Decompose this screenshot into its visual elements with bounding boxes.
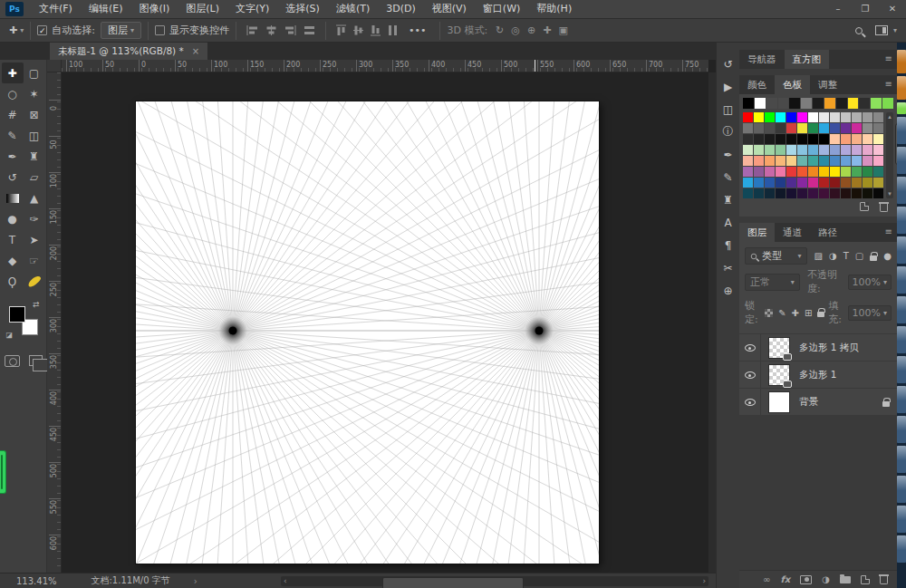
swatch[interactable] — [808, 145, 818, 155]
swatch[interactable] — [819, 188, 829, 198]
swatch[interactable] — [819, 134, 829, 144]
swatch[interactable] — [830, 123, 840, 133]
default-colors-icon[interactable]: ◪ — [6, 331, 14, 339]
swatch[interactable] — [743, 134, 753, 144]
menu-item[interactable]: 滤镜(T) — [328, 0, 378, 18]
clone-stamp-tool[interactable]: ♜ — [24, 146, 45, 167]
vertical-scrollbar[interactable] — [708, 72, 716, 573]
recent-swatch[interactable] — [871, 98, 882, 109]
swatch[interactable] — [776, 156, 786, 166]
visibility-toggle[interactable] — [739, 389, 761, 415]
tab-navigator[interactable]: 导航器 — [739, 50, 785, 69]
horizontal-scrollbar-thumb[interactable] — [382, 577, 524, 588]
tab-layers[interactable]: 图层 — [739, 223, 775, 242]
swatch[interactable] — [852, 188, 862, 198]
swatch[interactable] — [852, 145, 862, 155]
tab-swatches[interactable]: 色板 — [775, 75, 810, 94]
swatch[interactable] — [743, 188, 753, 198]
swatch[interactable] — [873, 188, 883, 198]
paragraph-panel-icon[interactable]: ¶ — [718, 235, 738, 255]
swatch[interactable] — [873, 167, 883, 177]
swatch[interactable] — [863, 145, 872, 155]
swatch[interactable] — [841, 167, 851, 177]
auto-select-checkbox[interactable]: ✓ — [37, 25, 47, 35]
recent-swatch[interactable] — [743, 98, 754, 109]
swatch[interactable] — [786, 123, 796, 133]
new-swatch-button[interactable] — [860, 202, 869, 211]
horizontal-ruler[interactable]: 1005005010015020025030035040045050055060… — [62, 60, 708, 72]
swatch[interactable] — [776, 112, 786, 122]
swatch[interactable] — [863, 167, 872, 177]
swatch[interactable] — [852, 123, 862, 133]
menu-item[interactable]: 帮助(H) — [528, 0, 580, 18]
swatch[interactable] — [776, 167, 786, 177]
history-panel-icon[interactable]: ↺ — [718, 53, 738, 74]
swatch[interactable] — [873, 145, 883, 155]
swatch[interactable] — [743, 145, 753, 155]
quick-mask-button[interactable] — [5, 355, 20, 367]
layer-thumbnail[interactable] — [768, 337, 790, 359]
more-options-button[interactable]: ••• — [409, 24, 426, 36]
swatch[interactable] — [830, 156, 840, 166]
swatch[interactable] — [765, 112, 775, 122]
swatch[interactable] — [808, 134, 818, 144]
align-hcenter-icon[interactable] — [265, 24, 278, 36]
swatch[interactable] — [808, 112, 818, 122]
workspace-switcher[interactable]: ▾ — [875, 25, 897, 35]
menu-item[interactable]: 选择(S) — [277, 0, 328, 18]
align-top-icon[interactable] — [335, 24, 347, 37]
link-layers-icon[interactable]: ∞ — [763, 574, 770, 584]
scroll-left-icon[interactable]: ‹ — [284, 576, 287, 586]
close-tab-icon[interactable]: × — [192, 46, 199, 56]
swatch[interactable] — [841, 134, 851, 144]
visibility-toggle[interactable] — [739, 361, 761, 388]
visibility-toggle[interactable] — [739, 334, 761, 361]
scroll-right-icon[interactable]: › — [702, 576, 706, 586]
menu-item[interactable]: 文件(F) — [31, 0, 81, 18]
filter-type-layers-icon[interactable]: T — [843, 251, 849, 261]
info-panel-icon[interactable]: ⓘ — [718, 121, 738, 142]
swatch[interactable] — [863, 188, 872, 198]
swatch[interactable] — [808, 188, 818, 198]
swatch[interactable] — [863, 112, 872, 122]
recent-swatch[interactable] — [801, 98, 812, 109]
filter-adjustment-layers-icon[interactable]: ◑ — [829, 251, 837, 261]
swatches-scrollbar[interactable]: ▴ ▾ — [886, 112, 893, 198]
layer-filter-dropdown[interactable]: 类型 ▾ — [745, 247, 807, 265]
canvas-pasteboard[interactable] — [62, 72, 708, 573]
layer-row[interactable]: 多边形 1 拷贝 — [739, 334, 897, 361]
panel-menu-icon[interactable]: ≡ — [885, 53, 892, 63]
crop-tool[interactable]: # — [2, 104, 24, 125]
minimize-button[interactable]: – — [824, 0, 852, 18]
layer-name[interactable]: 多边形 1 拷贝 — [799, 342, 890, 354]
swatch[interactable] — [797, 112, 807, 122]
filter-shape-layers-icon[interactable]: ▢ — [855, 251, 863, 261]
panel-menu-icon[interactable]: ≡ — [885, 79, 892, 89]
document-canvas[interactable] — [136, 101, 599, 564]
3d-drag-icon[interactable]: ⊕ — [527, 24, 535, 36]
menu-item[interactable]: 文字(Y) — [227, 0, 277, 18]
swatch[interactable] — [808, 167, 818, 177]
menu-item[interactable]: 图像(I) — [130, 0, 178, 18]
tool-presets-panel-icon[interactable]: ✂ — [718, 257, 738, 278]
delete-layer-icon[interactable] — [880, 576, 888, 584]
swatch[interactable] — [743, 112, 753, 122]
align-right-icon[interactable] — [284, 24, 297, 36]
recent-swatch[interactable] — [778, 98, 789, 109]
swatch[interactable] — [797, 156, 807, 166]
swatch[interactable] — [830, 178, 840, 188]
recent-swatch[interactable] — [882, 98, 893, 109]
dodge-tool[interactable]: ● — [2, 208, 24, 229]
menu-item[interactable]: 窗口(W) — [475, 0, 528, 18]
recent-swatch[interactable] — [848, 98, 859, 109]
swatch[interactable] — [808, 178, 818, 188]
swatch[interactable] — [819, 123, 829, 133]
filter-toggle-icon[interactable]: ● — [883, 251, 892, 261]
swatch[interactable] — [765, 123, 775, 133]
swatch[interactable] — [754, 156, 764, 166]
swatch[interactable] — [754, 178, 764, 188]
add-layer-mask-icon[interactable] — [800, 575, 812, 584]
swatch[interactable] — [819, 145, 829, 155]
blur-tool[interactable]: ▲ — [24, 188, 45, 208]
vertical-ruler[interactable]: 050100150200250300350400450500550600 — [47, 72, 62, 573]
